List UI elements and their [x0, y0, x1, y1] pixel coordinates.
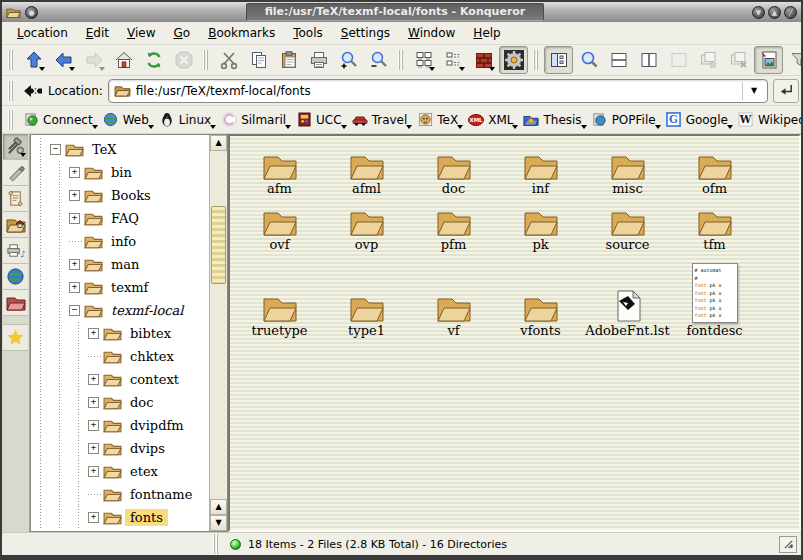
expand-icon[interactable]: + [69, 213, 80, 224]
location-value[interactable]: file:/usr/TeX/texmf-local/fonts [136, 84, 737, 98]
detailed-view-button[interactable] [439, 46, 468, 74]
sidebar-tools-button[interactable] [3, 134, 28, 160]
expand-icon[interactable]: + [88, 397, 99, 408]
tree-item-fonts[interactable]: +fonts [31, 506, 209, 529]
tree-item-texmf[interactable]: +texmf [31, 276, 209, 299]
bookmark-popfile[interactable]: POPFile [589, 110, 661, 130]
file-item-doc[interactable]: doc [410, 140, 497, 196]
file-item-pfm[interactable]: pfm [410, 196, 497, 252]
tree-scrollbar[interactable]: ▲ ▲ ▼ [209, 135, 227, 531]
bookmark-wikipedia[interactable]: WWikipedia [735, 110, 803, 130]
konqueror-gear-button[interactable] [499, 46, 528, 74]
file-item-pk[interactable]: pk [497, 196, 584, 252]
file-item-tfm[interactable]: tfm [671, 196, 758, 252]
bookmark-thesis[interactable]: Thesis [520, 110, 586, 130]
bricks-button[interactable] [469, 46, 498, 74]
collapse-icon[interactable]: − [50, 144, 61, 155]
scrollbar-thumb[interactable] [211, 206, 226, 284]
file-item-ofm[interactable]: ofm [671, 140, 758, 196]
copy-button[interactable] [244, 46, 273, 74]
stop-button[interactable] [169, 46, 198, 74]
scroll-down-icon[interactable]: ▼ [210, 515, 227, 531]
maximize-button[interactable]: ▲ [768, 6, 781, 19]
file-item-fontdesc[interactable]: # automat#font pk xfont pk xfont pk xfon… [671, 252, 758, 338]
zoom-in-button[interactable] [334, 46, 363, 74]
location-dropdown-icon[interactable]: ▼ [742, 82, 765, 100]
tree-item-tex[interactable]: −TeX [31, 138, 209, 161]
icon-view-button[interactable] [409, 46, 438, 74]
tree-item-dvipdfm[interactable]: +dvipdfm [31, 414, 209, 437]
toolbar-grip[interactable] [8, 110, 14, 130]
file-item-afm[interactable]: afm [236, 140, 323, 196]
toolbar-grip[interactable] [533, 50, 539, 70]
collapse-icon[interactable]: − [69, 305, 80, 316]
menu-view[interactable]: View [120, 24, 162, 42]
bookmark-silmaril[interactable]: Silmaril [218, 110, 291, 130]
bookmark-ucc[interactable]: UCC [293, 110, 347, 130]
tree-item-books[interactable]: +Books [31, 184, 209, 207]
tree-item-chktex[interactable]: chktex [31, 345, 209, 368]
find-file-button[interactable] [574, 46, 603, 74]
toolbar-grip[interactable] [8, 81, 14, 101]
bookmark-tex[interactable]: TeX [414, 110, 463, 130]
file-item-source[interactable]: source [584, 196, 671, 252]
file-item-vf[interactable]: vf [410, 252, 497, 338]
file-item-adobefnt-lst[interactable]: AdobeFnt.lst [584, 252, 671, 338]
tree-item-context[interactable]: +context [31, 368, 209, 391]
bookmark-google[interactable]: GGoogle [663, 110, 733, 130]
paste-button[interactable] [274, 46, 303, 74]
file-item-truetype[interactable]: truetype [236, 252, 323, 338]
filter-button[interactable] [784, 46, 803, 74]
scroll-up-icon[interactable]: ▲ [210, 499, 227, 515]
tree-item-etex[interactable]: +etex [31, 460, 209, 483]
sidebar-network-button[interactable] [3, 264, 28, 290]
sidebar-services-button[interactable]: ♪ [3, 238, 28, 264]
bookmark-connect[interactable]: Connect [20, 110, 98, 130]
bookmark-web[interactable]: Web [100, 110, 154, 130]
up-button[interactable] [19, 46, 48, 74]
cut-button[interactable] [214, 46, 243, 74]
sidebar-home-folder-button[interactable] [3, 212, 28, 238]
menu-tools[interactable]: Tools [286, 24, 330, 42]
tree-item-texmf-local[interactable]: −texmf-local [31, 299, 209, 322]
statusbar-grip[interactable] [213, 534, 219, 554]
menu-go[interactable]: Go [167, 24, 198, 42]
expand-icon[interactable]: + [88, 420, 99, 431]
menu-window[interactable]: Window [401, 24, 462, 42]
file-item-type1[interactable]: type1 [323, 252, 410, 338]
home-button[interactable] [109, 46, 138, 74]
expand-icon[interactable]: + [69, 190, 80, 201]
go-button[interactable] [773, 79, 799, 103]
tree-item-fontname[interactable]: fontname [31, 483, 209, 506]
sticky-button[interactable]: ● [25, 6, 38, 19]
show-sidebar-button[interactable] [544, 46, 573, 74]
sidebar-pencil-button[interactable] [3, 160, 28, 186]
tree-item-faq[interactable]: +FAQ [31, 207, 209, 230]
expand-icon[interactable]: + [69, 167, 80, 178]
resize-grip-icon[interactable] [779, 536, 797, 553]
toolbar-grip[interactable] [398, 50, 404, 70]
tree-item-bin[interactable]: +bin [31, 161, 209, 184]
tree-item-dvips[interactable]: +dvips [31, 437, 209, 460]
minimize-button[interactable]: ▼ [752, 6, 765, 19]
expand-icon[interactable]: + [88, 328, 99, 339]
sidebar-bookmarks-button[interactable] [3, 324, 28, 351]
expand-icon[interactable]: + [69, 282, 80, 293]
tree-item-bibtex[interactable]: +bibtex [31, 322, 209, 345]
clear-location-icon[interactable] [23, 84, 43, 98]
tree-item-doc[interactable]: +doc [31, 391, 209, 414]
file-item-ovf[interactable]: ovf [236, 196, 323, 252]
split-horizontal-button[interactable] [604, 46, 633, 74]
remove-view-button[interactable] [724, 46, 753, 74]
sidebar-history-button[interactable] [3, 186, 28, 212]
new-view-button[interactable] [694, 46, 723, 74]
bookmark-travel[interactable]: Travel [349, 110, 413, 130]
print-button[interactable] [304, 46, 333, 74]
menu-settings[interactable]: Settings [334, 24, 397, 42]
file-item-inf[interactable]: inf [497, 140, 584, 196]
close-button[interactable]: ╱ [784, 6, 797, 19]
titlebar[interactable]: ● file:/usr/TeX/texmf-local/fonts - Konq… [2, 2, 801, 22]
zoom-out-button[interactable] [364, 46, 393, 74]
expand-icon[interactable]: + [88, 512, 99, 523]
file-item-misc[interactable]: misc [584, 140, 671, 196]
